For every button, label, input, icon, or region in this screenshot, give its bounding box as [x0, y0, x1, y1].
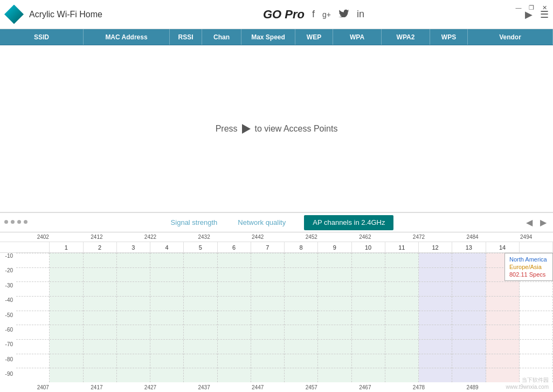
gopro-label[interactable]: GO Pro — [263, 8, 305, 22]
channel-cell: 11 — [385, 242, 419, 252]
to-view-label: to view Access Points — [255, 124, 338, 134]
dot1 — [4, 220, 8, 224]
grid-h-line — [318, 354, 351, 354]
legend-north-america[interactable]: North America — [509, 256, 548, 263]
grid-h-line — [251, 354, 284, 354]
googleplus-icon[interactable]: g+ — [322, 10, 331, 19]
grid-h-line — [251, 339, 284, 340]
grid-h-line — [385, 253, 418, 253]
grid-h-line — [352, 253, 385, 253]
tab-nav-right[interactable]: ▶ — [538, 217, 549, 228]
freq-top-label: 2442 — [231, 234, 285, 240]
grid-h-line — [285, 296, 317, 297]
grid-h-line — [184, 368, 217, 368]
channel-cell: 7 — [251, 242, 285, 252]
tab-signal-strength[interactable]: Signal strength — [169, 213, 220, 232]
grid-h-line — [452, 339, 485, 340]
dot2 — [11, 220, 15, 224]
col-wpa[interactable]: WPA — [333, 29, 382, 45]
grid-h-line — [352, 311, 385, 311]
col-vendor[interactable]: Vendor — [468, 29, 553, 45]
tab-nav-left[interactable]: ◀ — [524, 217, 535, 228]
grid-h-line — [452, 325, 485, 325]
grid-h-line — [16, 368, 49, 368]
col-chan[interactable]: Chan — [202, 29, 241, 45]
grid-h-line — [16, 339, 49, 340]
grid-h-line — [285, 354, 317, 354]
grid-h-line — [318, 368, 351, 368]
tabs-left: Signal strength Network quality AP chann… — [169, 213, 394, 232]
twitter-icon[interactable] — [338, 9, 349, 20]
grid-h-line — [486, 311, 519, 311]
freq-bottom-label: 2457 — [285, 384, 338, 390]
channel-cell: 1 — [50, 242, 83, 252]
grid-h-line — [520, 354, 552, 354]
grid-h-line — [150, 368, 183, 368]
grid-h-line — [520, 281, 552, 282]
tab-ap-channels[interactable]: AP channels in 2.4GHz — [304, 215, 393, 230]
grid-h-line — [419, 296, 452, 297]
minimize-button[interactable]: — — [513, 3, 524, 12]
close-button[interactable]: ✕ — [539, 3, 550, 12]
restore-button[interactable]: ❐ — [526, 3, 537, 12]
grid-h-line — [285, 281, 317, 282]
grid-h-line — [385, 311, 418, 311]
grid-col — [184, 253, 217, 382]
grid-h-line — [520, 325, 552, 325]
grid-col — [218, 253, 251, 382]
grid-h-line — [520, 339, 552, 340]
grid-h-line — [117, 281, 150, 282]
legend-specs[interactable]: 802.11 Specs — [509, 271, 548, 278]
grid-h-line — [150, 281, 183, 282]
grid-h-line — [150, 354, 183, 354]
legend-box: North America Europe/Asia 802.11 Specs — [504, 253, 553, 281]
legend-europe-asia[interactable]: Europe/Asia — [509, 263, 548, 271]
grid-h-line — [184, 311, 217, 311]
freq-bottom-label: 2417 — [70, 384, 124, 390]
grid-h-line — [452, 296, 485, 297]
freq-top-label: 2494 — [499, 234, 553, 240]
grid-h-line — [452, 281, 485, 282]
grid-h-line — [452, 253, 485, 253]
y-axis-label: -90 — [1, 371, 15, 382]
col-maxspeed[interactable]: Max Speed — [241, 29, 295, 45]
col-mac[interactable]: MAC Address — [84, 29, 170, 45]
col-ssid[interactable]: SSID — [0, 29, 84, 45]
col-rssi[interactable]: RSSI — [170, 29, 202, 45]
grid-h-line — [218, 281, 251, 282]
grid-h-line — [318, 325, 351, 325]
grid-h-line — [218, 253, 251, 253]
grid-h-line — [385, 281, 418, 282]
col-wep[interactable]: WEP — [295, 29, 333, 45]
grid-h-line — [385, 267, 418, 268]
grid-h-line — [486, 325, 519, 325]
dot4 — [24, 220, 27, 224]
grid-h-line — [452, 311, 485, 311]
channel-cell — [520, 242, 553, 252]
grid-h-line — [285, 339, 317, 340]
grid-h-line — [452, 368, 485, 368]
grid-h-line — [184, 325, 217, 325]
col-wpa2[interactable]: WPA2 — [382, 29, 430, 45]
grid-h-line — [117, 253, 150, 253]
grid-h-line — [352, 368, 385, 368]
grid-h-line — [251, 296, 284, 297]
linkedin-icon[interactable]: in — [357, 9, 364, 20]
facebook-icon[interactable]: f — [312, 9, 315, 20]
grid-h-line — [50, 296, 82, 297]
channel-cell: 12 — [419, 242, 452, 252]
grid-h-line — [285, 267, 317, 268]
tab-network-quality[interactable]: Network quality — [236, 213, 288, 232]
grid-h-line — [84, 368, 116, 368]
grid-h-line — [150, 267, 183, 268]
grid-columns: North America Europe/Asia 802.11 Specs — [16, 253, 553, 382]
channel-cell: 5 — [184, 242, 217, 252]
grid-col — [419, 253, 452, 382]
grid-col — [16, 253, 50, 382]
grid-h-line — [50, 368, 82, 368]
freq-top-row: 2402241224222432244224522462247224842494 — [0, 232, 553, 242]
freq-top-label: 2412 — [70, 234, 124, 240]
grid-h-line — [318, 296, 351, 297]
col-wps[interactable]: WPS — [430, 29, 468, 45]
grid-h-line — [419, 325, 452, 325]
